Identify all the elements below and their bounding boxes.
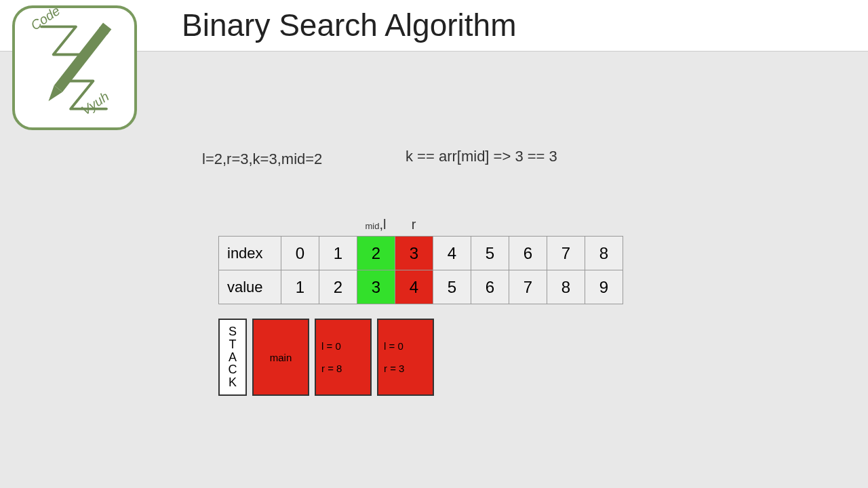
value-cell: 2 [319,270,357,304]
stack-label-letter: T [229,338,237,351]
stack-frame-line: r = 3 [384,363,404,374]
pointer-mid-label: mid,l [357,217,395,232]
index-cell: 2 [357,237,395,270]
index-cell: 5 [471,237,509,270]
index-header-cell: index [219,237,281,270]
stack-label-letter: A [229,351,237,364]
stack-frame-line: r = 8 [321,363,342,374]
value-header-cell: value [219,270,281,304]
stack-frame-main: main [252,319,309,396]
index-cell: 1 [319,237,357,270]
value-cell: 7 [509,270,547,304]
logo-text-top: Code [28,8,62,33]
stack-frame-line: l = 0 [384,340,403,352]
index-cell: 0 [281,237,319,270]
stack-frame-line: l = 0 [321,340,341,352]
call-stack: STACK mainl = 0r = 8l = 0r = 3 [218,319,434,396]
condition-line: k == arr[mid] => 3 == 3 [406,148,557,165]
index-cell: 3 [395,237,433,270]
pointer-labels-row: mid,lr [218,217,623,236]
value-cell: 4 [395,270,433,304]
index-cell: 8 [585,237,623,270]
logo: Code Vyuh [12,5,137,130]
index-cell: 6 [509,237,547,270]
value-cell: 5 [433,270,471,304]
stack-label-letter: K [229,376,237,389]
index-cell: 7 [547,237,585,270]
pencil-icon: Code Vyuh [15,8,134,127]
array-value-row: value123456789 [219,270,623,304]
stack-frame-line: main [270,352,292,363]
variables-line: l=2,r=3,k=3,mid=2 [202,150,322,168]
stack-label: STACK [218,319,247,396]
value-cell: 8 [547,270,585,304]
stack-frame: l = 0r = 8 [315,319,372,396]
pointer-r-label: r [395,217,433,232]
value-cell: 1 [281,270,319,304]
index-cell: 4 [433,237,471,270]
stack-frame: l = 0r = 3 [377,319,434,396]
array-table: index012345678 value123456789 [218,236,623,304]
stack-label-letter: S [229,325,237,338]
page-title: Binary Search Algorithm [182,7,516,43]
value-cell: 6 [471,270,509,304]
stack-label-letter: C [229,363,237,376]
value-cell: 9 [585,270,623,304]
value-cell: 3 [357,270,395,304]
array-index-row: index012345678 [219,237,623,270]
